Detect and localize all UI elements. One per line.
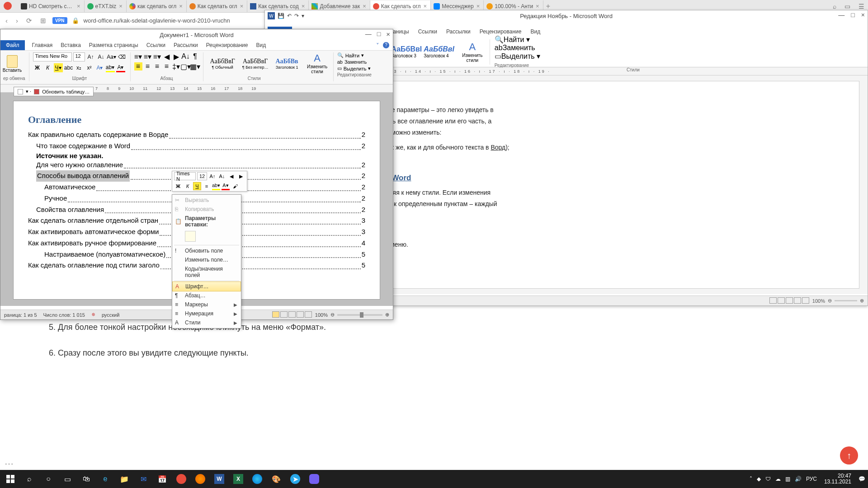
underline-button[interactable]: Ч▾ — [54, 63, 63, 72]
menu-numbering[interactable]: ≡Нумерация▶ — [172, 309, 241, 318]
search-icon[interactable]: ⌕ — [833, 3, 836, 10]
menu-field-codes[interactable]: Коды/значения полей — [172, 264, 241, 280]
minimize-button[interactable]: — — [838, 11, 844, 19]
close-icon[interactable]: × — [423, 3, 428, 9]
sort-button[interactable]: A↓ — [182, 52, 190, 61]
align-center-button[interactable]: ≡ — [144, 62, 152, 70]
close-icon[interactable]: × — [239, 3, 245, 9]
menu-update-field[interactable]: !Обновить поле — [172, 246, 241, 255]
insert-tab[interactable]: Вставка — [60, 41, 82, 49]
style-heading-1[interactable]: АаБбВвЗаголовок 1 — [273, 56, 302, 71]
view-tab[interactable]: Вид — [530, 28, 540, 35]
close-icon[interactable]: × — [362, 3, 367, 9]
opera-logo-icon[interactable] — [4, 2, 12, 10]
bullets-button[interactable]: ≡▾ — [134, 52, 142, 61]
shading-button[interactable]: ▢▾ — [182, 62, 190, 70]
back-button[interactable]: ‹ — [4, 17, 9, 24]
close-icon[interactable]: × — [535, 3, 540, 9]
help-icon[interactable]: ? — [383, 42, 389, 48]
zoom-in-button[interactable]: ⊕ — [860, 298, 864, 304]
show-marks-button[interactable]: ¶ — [191, 52, 199, 61]
underline-button[interactable]: Ч — [193, 182, 201, 190]
view-buttons[interactable] — [769, 297, 810, 305]
telegram-icon[interactable]: ➤ — [288, 472, 303, 486]
menu-paragraph[interactable]: ¶Абзац… — [172, 291, 241, 300]
style-heading-3[interactable]: АаБбВвІЗаголовок 3 — [391, 45, 422, 58]
align-right-button[interactable]: ≡ — [153, 62, 161, 70]
grow-font-button[interactable]: A↑ — [208, 172, 217, 180]
file-tab[interactable]: Файл — [0, 40, 25, 50]
review-tab[interactable]: Рецензирование — [480, 28, 522, 35]
maximize-button[interactable]: □ — [851, 11, 854, 19]
edge-icon[interactable] — [250, 472, 265, 486]
tray-icon[interactable]: ☁ — [775, 476, 781, 482]
system-tray[interactable]: ˄ ◆ 🛡 ☁ ▥ 🔊 РУС 20:4713.11.2021 💬 — [750, 473, 865, 485]
view-buttons[interactable] — [272, 311, 312, 319]
page-indicator[interactable]: раница: 1 из 5 — [4, 312, 37, 318]
bold-button[interactable]: Ж — [33, 63, 42, 72]
indent-inc-button[interactable]: ▶ — [172, 52, 180, 61]
zoom-in-button[interactable]: ⊕ — [385, 312, 389, 318]
mailings-tab[interactable]: Рассылки — [446, 28, 471, 35]
browser-tab[interactable]: HD Смотреть сериа× — [18, 0, 85, 12]
opera-sidebar-menu-icon[interactable]: ⋯ — [5, 458, 14, 469]
indent-dec-button[interactable]: ◀ — [163, 52, 171, 61]
forward-button[interactable]: › — [14, 17, 20, 24]
references-tab[interactable]: Ссылки — [146, 41, 166, 49]
menu-edit-field[interactable]: Изменить поле… — [172, 255, 241, 264]
zoom-out-button[interactable]: ⊖ — [828, 298, 832, 304]
reload-button[interactable]: ⟳ — [24, 17, 34, 25]
taskview-button[interactable]: ▭ — [60, 472, 75, 486]
bold-button[interactable]: Ж — [174, 182, 182, 190]
tray-icon[interactable]: ▥ — [785, 476, 790, 482]
references-tab[interactable]: Ссылки — [418, 28, 437, 35]
toc-entry[interactable]: Как правильно сделать содержание в Ворде… — [28, 129, 365, 141]
sub-button[interactable]: x₂ — [75, 63, 84, 72]
menu-bullets[interactable]: ≡Маркеры▶ — [172, 300, 241, 309]
shrink-font-button[interactable]: A↓ — [218, 172, 226, 180]
change-styles-button[interactable]: AИзменить стили — [305, 52, 330, 74]
paste-button[interactable]: Вставить — [3, 52, 21, 75]
vpn-badge[interactable]: VPN — [52, 17, 67, 24]
replace-button[interactable]: abЗаменить — [337, 59, 372, 65]
excel-taskbar-icon[interactable]: X — [231, 472, 246, 486]
font-size-combo[interactable]: 12 — [197, 172, 207, 180]
align-justify-button[interactable]: ≡ — [163, 62, 171, 70]
text-effects-button[interactable]: A▾ — [95, 63, 104, 72]
close-icon[interactable]: × — [118, 3, 123, 9]
toc-update-bar[interactable]: ▾ · Обновить таблицу… — [14, 87, 94, 96]
format-painter-button[interactable]: 🖌 — [231, 182, 239, 190]
menu-font[interactable]: AШрифт… — [172, 282, 241, 291]
shrink-font-button[interactable]: A↓ — [97, 52, 106, 61]
align-left-button[interactable]: ≡ — [134, 62, 142, 70]
view-tab[interactable]: Вид — [255, 41, 267, 49]
font-color-button[interactable]: A▾ — [116, 63, 125, 72]
opera-taskbar-icon[interactable] — [174, 472, 189, 486]
indent-inc-button[interactable]: ▶ — [237, 172, 245, 180]
select-button[interactable]: ▭Выделить ▾ — [337, 66, 372, 71]
tray-chevron-icon[interactable]: ˄ — [750, 476, 752, 482]
home-tab[interactable]: Главная — [31, 41, 54, 49]
close-button[interactable]: × — [386, 30, 390, 38]
indent-dec-button[interactable]: ◀ — [227, 172, 236, 180]
close-icon[interactable]: × — [476, 3, 481, 9]
grow-font-button[interactable]: A↑ — [86, 52, 95, 61]
cortana-button[interactable]: ○ — [41, 472, 56, 486]
firefox-icon[interactable] — [193, 472, 208, 486]
scroll-top-button[interactable]: ↑ — [840, 446, 858, 465]
start-button[interactable] — [3, 472, 18, 486]
close-icon[interactable]: × — [301, 3, 306, 9]
font-name-combo[interactable]: Times New Ro — [33, 52, 72, 61]
font-color-button[interactable]: A▾ — [222, 182, 230, 190]
sup-button[interactable]: x² — [85, 63, 94, 72]
ie-icon[interactable]: e — [98, 472, 113, 486]
italic-button[interactable]: К — [184, 182, 192, 190]
multilevel-button[interactable]: ≡▾ — [153, 52, 161, 61]
explorer-icon[interactable]: 📁 — [117, 472, 132, 486]
borders-button[interactable]: ▦▾ — [191, 62, 199, 70]
close-icon[interactable]: × — [178, 3, 184, 9]
change-styles-button[interactable]: AИзменить стили — [460, 41, 485, 63]
find-button[interactable]: 🔍Найти ▾ — [337, 52, 372, 58]
highlight-button[interactable]: ab▾ — [106, 63, 115, 72]
calendar-icon[interactable]: 📅 — [155, 472, 170, 486]
